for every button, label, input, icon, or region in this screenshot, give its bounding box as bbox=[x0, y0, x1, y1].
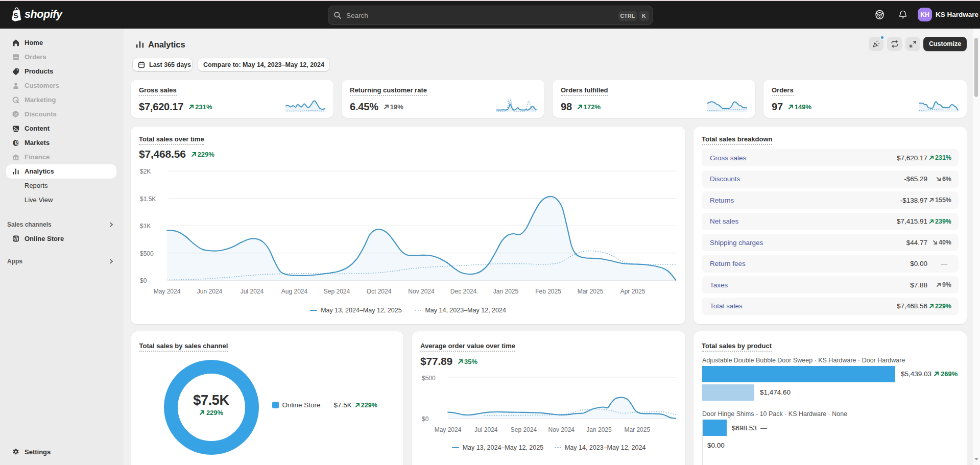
svg-text:S: S bbox=[13, 11, 18, 19]
svg-text:$: $ bbox=[16, 140, 18, 145]
